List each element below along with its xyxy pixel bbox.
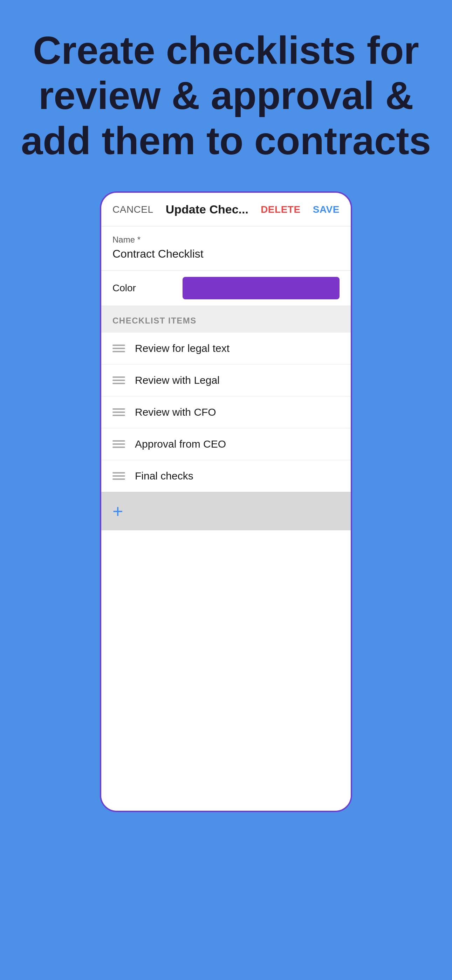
hero-title: Create checklists for review & approval … — [21, 28, 431, 163]
drag-handle-icon[interactable] — [113, 376, 125, 384]
checklist-section: CHECKLIST ITEMS Review for legal text — [101, 306, 351, 530]
empty-content-area — [101, 530, 351, 811]
drag-handle-icon[interactable] — [113, 472, 125, 480]
name-field[interactable]: Name * Contract Checklist — [101, 226, 351, 270]
item-text: Review with Legal — [135, 374, 220, 386]
modal-title: Update Chec... — [166, 203, 248, 216]
checklist-items-list: Review for legal text Review with Legal — [101, 332, 351, 492]
color-swatch[interactable] — [183, 277, 339, 299]
save-button[interactable]: SAVE — [313, 204, 339, 215]
drag-handle-icon[interactable] — [113, 345, 125, 352]
list-item[interactable]: Review with Legal — [101, 364, 351, 396]
item-text: Final checks — [135, 470, 193, 482]
name-section: Name * Contract Checklist Color — [101, 226, 351, 306]
item-text: Approval from CEO — [135, 438, 226, 450]
checklist-items-label: CHECKLIST ITEMS — [113, 316, 197, 325]
add-item-row[interactable]: + — [101, 492, 351, 530]
list-item[interactable]: Review with CFO — [101, 396, 351, 428]
drag-handle-icon[interactable] — [113, 440, 125, 448]
modal-header: CANCEL Update Chec... DELETE SAVE — [101, 193, 351, 226]
color-field[interactable]: Color — [101, 270, 351, 306]
name-label: Name * — [113, 235, 339, 245]
item-text: Review for legal text — [135, 342, 229, 354]
list-item[interactable]: Approval from CEO — [101, 428, 351, 460]
list-item[interactable]: Final checks — [101, 460, 351, 492]
delete-button[interactable]: DELETE — [261, 204, 300, 215]
add-item-button[interactable]: + — [113, 502, 123, 520]
cancel-button[interactable]: CANCEL — [113, 204, 153, 215]
name-value: Contract Checklist — [113, 247, 339, 261]
checklist-header: CHECKLIST ITEMS — [101, 306, 351, 332]
drag-handle-icon[interactable] — [113, 408, 125, 416]
list-item[interactable]: Review for legal text — [101, 332, 351, 364]
phone-container: CANCEL Update Chec... DELETE SAVE Name *… — [0, 185, 452, 840]
phone-frame: CANCEL Update Chec... DELETE SAVE Name *… — [100, 191, 352, 812]
color-label: Color — [113, 283, 183, 294]
item-text: Review with CFO — [135, 406, 216, 418]
hero-section: Create checklists for review & approval … — [0, 0, 452, 185]
